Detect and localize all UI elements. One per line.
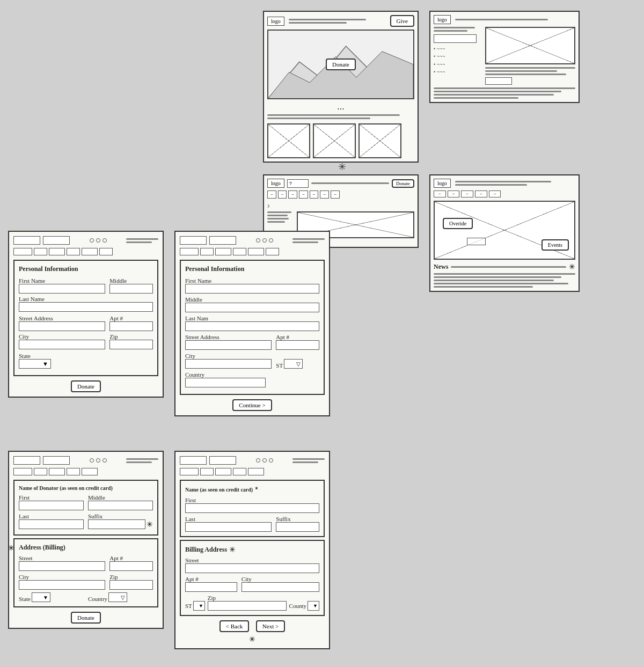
form1-last-name-label: Last Name <box>19 296 153 302</box>
form3-last-label: Last <box>19 513 84 519</box>
asterisk-divider-1: ✳ <box>338 161 346 173</box>
form1-city-label: City <box>19 333 105 340</box>
window-controls-1 <box>90 238 107 243</box>
form3-country-label: Country <box>88 596 107 602</box>
form4-last-label: Last <box>185 516 272 522</box>
form3-first-label: First <box>19 494 84 501</box>
form3-street-label: Street <box>19 555 105 561</box>
form2-street-label: Street Address <box>185 334 272 340</box>
form2-section-title: Personal Information <box>185 265 319 273</box>
form4-street-label: Street <box>185 557 319 563</box>
logo-box-2: logo <box>434 15 451 24</box>
bottom-asterisk: ✳ <box>249 635 255 643</box>
news-label: News <box>434 263 448 271</box>
form2-continue-button[interactable]: Continue > <box>232 399 272 411</box>
wireframe-panel-1: logo Give Donate ... <box>263 11 419 163</box>
form4-required-marker: * <box>255 485 258 494</box>
window-controls-4 <box>256 458 273 463</box>
form4-next-button[interactable]: Next > <box>256 620 285 632</box>
form-wireframe-2: Personal Information First Name Middle L… <box>174 231 330 416</box>
dots-indicator: ... <box>267 102 414 112</box>
wireframe-panel-4: logo ~ ~ ~ ~ ~ Overide Events News ✳ <box>429 174 580 292</box>
form1-apt-label: Apt # <box>109 315 153 321</box>
search-box[interactable]: ? <box>287 179 309 188</box>
form2-last-name-label: Last Nam <box>185 315 319 321</box>
form4-first-label: First <box>185 497 319 503</box>
form3-section-title: Name of Donator (as seen on credit card) <box>19 485 153 491</box>
hero-image: Donate <box>267 30 414 99</box>
form4-billing-title: Billing Address <box>185 546 227 554</box>
form3-apt-label: Apt # <box>109 555 153 561</box>
window-controls-3 <box>90 458 107 463</box>
form4-st-label: ST <box>185 603 192 609</box>
billing-asterisk: ✳ <box>8 544 14 552</box>
form1-middle-label: Middle <box>109 277 153 284</box>
form1-first-name-label: First Name <box>19 277 105 284</box>
form1-zip-label: Zip <box>109 333 153 340</box>
events-label: Events <box>541 239 569 251</box>
form1-street-label: Street Address <box>19 315 105 321</box>
overide-label: Overide <box>443 218 473 229</box>
form2-city-label: City <box>185 353 272 359</box>
donate-button-nav[interactable]: Donate <box>392 179 414 188</box>
form4-title: Name (as seen on credit card) <box>185 487 253 493</box>
form-wireframe-1: Personal Information First Name Middle L… <box>8 231 164 398</box>
form3-zip-label: Zip <box>109 574 153 580</box>
form-wireframe-4: Name (as seen on credit card) * First La… <box>174 451 330 649</box>
card-image-1 <box>267 123 310 158</box>
window-controls-2 <box>256 238 273 243</box>
form1-state-label: State <box>19 353 153 359</box>
donate-button-hero[interactable]: Donate <box>326 58 356 70</box>
form1-section-title: Personal Information <box>19 265 153 273</box>
form3-asterisk: ✳ <box>147 520 153 529</box>
detail-image <box>485 27 575 64</box>
form3-city-label: City <box>19 574 105 580</box>
panel4-hero-image: Overide Events <box>434 201 575 260</box>
form3-middle-label: Middle <box>88 494 153 501</box>
form1-donate-button[interactable]: Donate <box>71 380 101 392</box>
form4-back-button[interactable]: < Back <box>219 620 250 632</box>
form2-middle-label: Middle <box>185 296 319 303</box>
form-wireframe-3: Name of Donator (as seen on credit card)… <box>8 451 164 629</box>
form3-donate-button[interactable]: Donate <box>71 612 101 624</box>
form3-suffix-label: Suffix <box>88 513 153 519</box>
form3-address-title: Address (Billing) <box>19 544 153 552</box>
logo-box-4: logo <box>434 179 451 188</box>
card-image-2 <box>313 123 356 158</box>
logo-box-1: logo <box>267 17 284 26</box>
logo-box-3: logo <box>267 179 284 188</box>
form3-state-label: State <box>19 596 31 602</box>
form4-zip-label: Zip <box>208 595 287 601</box>
form4-county-label: County <box>289 603 306 609</box>
give-button[interactable]: Give <box>390 15 414 27</box>
card-image-3 <box>358 123 401 158</box>
form2-st-label: ST <box>276 362 283 369</box>
wireframe-panel-2: logo • ~~~ • ~~~ • ~~~ • ~~~ <box>429 11 580 103</box>
form4-apt-label: Apt # <box>185 576 237 582</box>
form2-country-label: Country <box>185 371 319 378</box>
form2-first-name-label: First Name <box>185 277 319 284</box>
form4-suffix-label: Suffix <box>276 516 319 522</box>
form2-apt-label: Apt # <box>276 334 319 340</box>
form4-city-label: City <box>241 576 319 582</box>
